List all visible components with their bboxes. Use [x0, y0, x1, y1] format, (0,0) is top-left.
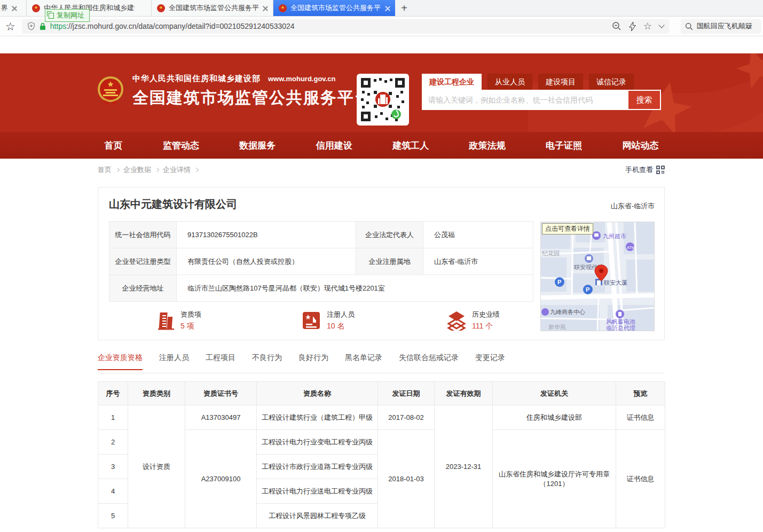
company-region: 山东省-临沂市	[611, 201, 655, 211]
tab-qualifications[interactable]: 企业资质资格	[98, 353, 143, 370]
nav-item-workers[interactable]: 建筑工人	[386, 139, 435, 152]
stat-label: 注册人员	[327, 310, 355, 319]
nav-item-credit[interactable]: 信用建设	[310, 139, 359, 152]
tab-dishonesty-records[interactable]: 失信联合惩戒记录	[399, 353, 459, 370]
search-tab-credit[interactable]: 诚信记录	[589, 74, 634, 90]
stat-value: 111 个	[472, 322, 500, 331]
info-label: 企业法定代表人	[356, 222, 423, 248]
legal-rep-value: 公茂福	[423, 222, 533, 248]
chevron-right-icon	[194, 168, 199, 172]
search-category-tabs: 建设工程企业 从业人员 建设项目 诚信记录	[422, 74, 661, 90]
bookmark-star-icon[interactable]: ☆	[5, 21, 15, 32]
close-icon[interactable]	[12, 6, 17, 11]
nav-item-e-license[interactable]: 电子证照	[539, 139, 588, 152]
search-form: 搜索	[422, 90, 661, 110]
nav-item-policy[interactable]: 政策法规	[463, 139, 512, 152]
emblem-favicon-icon	[157, 4, 165, 12]
table-header-row: 序号 资质类别 资质证书号 资质名称 发证日期 发证有效期 发证机关 预览	[98, 382, 665, 405]
cell-authority: 山东省住房和城乡建设厅许可专用章（1201）	[493, 430, 616, 528]
browser-tab-active[interactable]: 全国建筑市场监管公共服务平台	[273, 0, 395, 16]
map-tooltip: 点击可查看详情	[542, 223, 593, 234]
layers-icon	[446, 310, 467, 331]
tab-registered-personnel[interactable]: 注册人员	[159, 353, 189, 370]
browser-tab-2[interactable]: 全国建筑市场监管公共服务平台	[152, 0, 273, 16]
cell-qual-name: 工程设计市政行业道路工程专业丙级	[257, 455, 378, 479]
tab-title: 全国建筑市场监管公共服务平台	[169, 3, 259, 13]
browser-tab-0[interactable]: 界	[0, 0, 27, 16]
col-header: 资质类别	[128, 382, 185, 405]
copy-icon	[49, 13, 54, 19]
info-label: 企业经营地址	[109, 275, 177, 302]
search-button[interactable]: 搜索	[628, 90, 660, 109]
certificate-info-link[interactable]: 证书信息	[616, 405, 665, 430]
search-tab-personnel[interactable]: 从业人员	[487, 74, 532, 90]
stat-value: 10 名	[327, 322, 355, 331]
col-header: 预览	[616, 382, 665, 405]
chevron-right-icon	[115, 168, 120, 172]
detail-section-tabs: 企业资质资格 注册人员 工程项目 不良行为 良好行为 黑名单记录 失信联合惩戒记…	[98, 353, 665, 373]
cell-qual-name: 工程设计风景园林工程专项乙级	[257, 504, 378, 528]
certificate-info-link[interactable]: 证书信息	[616, 430, 665, 528]
tab-bad-behavior[interactable]: 不良行为	[252, 353, 282, 370]
svg-text:临沂总代理: 临沂总代理	[606, 325, 635, 331]
tab-good-behavior[interactable]: 良好行为	[298, 353, 328, 370]
breadcrumb-company-data[interactable]: 企业数据	[123, 165, 151, 175]
emblem-favicon-icon	[279, 4, 287, 12]
search-tab-project[interactable]: 建设项目	[538, 74, 583, 90]
new-tab-button[interactable]: +	[395, 0, 413, 16]
location-map[interactable]: 点击可查看详情	[540, 222, 655, 331]
breadcrumb-company-detail[interactable]: 企业详情	[163, 165, 191, 175]
address-bar[interactable]: https://jzsc.mohurd.gov.cn/data/company/…	[22, 19, 669, 34]
info-label: 企业注册属地	[356, 248, 423, 275]
svg-text:九峰商务中心: 九峰商务中心	[550, 309, 585, 315]
quick-search-box[interactable]: 国航回应飞机颠簸	[681, 19, 761, 34]
browser-window: 界 中华人民共和国住房和城乡建设 全国建筑市场监管公共服务平台 全国建筑市场监管…	[0, 0, 763, 532]
nav-item-supervision[interactable]: 监管动态	[156, 139, 206, 152]
search-tab-enterprise[interactable]: 建设工程企业	[422, 74, 482, 90]
tab-change-records[interactable]: 变更记录	[475, 353, 505, 370]
cell-qual-name: 工程设计电力行业变电工程专业丙级	[257, 430, 378, 455]
address-bar-actions: ☆	[612, 21, 664, 31]
tab-blacklist[interactable]: 黑名单记录	[345, 353, 382, 370]
site-brand: 中华人民共和国住房和城乡建设部www.mohurd.gov.cn 全国建筑市场监…	[96, 74, 372, 109]
search-input[interactable]	[422, 90, 627, 110]
shield-icon[interactable]	[27, 22, 35, 30]
tab-projects[interactable]: 工程项目	[206, 353, 235, 370]
ministry-name: 中华人民共和国住房和城乡建设部	[132, 74, 261, 83]
col-header: 发证机关	[493, 382, 616, 405]
reg-type-value: 有限责任公司（自然人投资或控股）	[177, 248, 356, 275]
qr-code-icon	[656, 166, 665, 174]
lightning-icon[interactable]	[629, 22, 636, 31]
tab-title: 界	[1, 3, 8, 13]
cell-cert-no: A137030497	[185, 405, 257, 430]
favorite-star-icon[interactable]: ☆	[643, 21, 652, 31]
breadcrumb: 首页 企业数据 企业详情 手机查看	[98, 159, 665, 181]
svg-text:ATM: ATM	[627, 246, 634, 249]
cell-seq: 2	[98, 430, 128, 455]
close-icon[interactable]	[263, 6, 268, 11]
main-navigation: 首页 监管动态 数据服务 信用建设 建筑工人 政策法规 电子证照 网站动态	[0, 132, 763, 159]
mobile-view[interactable]: 手机查看	[625, 165, 665, 175]
svg-text:P: P	[586, 286, 589, 293]
svg-text:风帆蓄电池: 风帆蓄电池	[606, 318, 635, 325]
col-header: 发证有效期	[435, 382, 493, 405]
nav-item-home[interactable]: 首页	[98, 139, 129, 152]
svg-text:九州超市: 九州超市	[603, 233, 626, 239]
breadcrumb-home[interactable]: 首页	[98, 165, 112, 175]
nav-item-data-service[interactable]: 数据服务	[233, 139, 282, 152]
cell-seq: 4	[98, 479, 128, 504]
cell-cert-no: A237009100	[185, 430, 257, 528]
reg-region-value: 山东省-临沂市	[423, 248, 533, 275]
tab-title: 全国建筑市场监管公共服务平台	[290, 3, 381, 13]
chevron-down-icon[interactable]	[658, 22, 664, 28]
id-badge-icon	[301, 311, 321, 330]
company-name: 山东中元建筑设计有限公司	[109, 197, 654, 212]
nav-item-site-news[interactable]: 网站动态	[616, 139, 665, 152]
credit-code-value: 91371302675501022B	[177, 222, 356, 248]
col-header: 发证日期	[378, 382, 435, 405]
address-value: 临沂市兰山区陶然路107号星河晶都（联安）现代城1号楼2201室	[177, 275, 533, 302]
search-icon	[685, 22, 693, 30]
stat-registered-personnel: 注册人员10 名	[301, 310, 446, 331]
zoom-out-icon[interactable]	[612, 21, 622, 31]
close-icon[interactable]	[385, 6, 390, 11]
